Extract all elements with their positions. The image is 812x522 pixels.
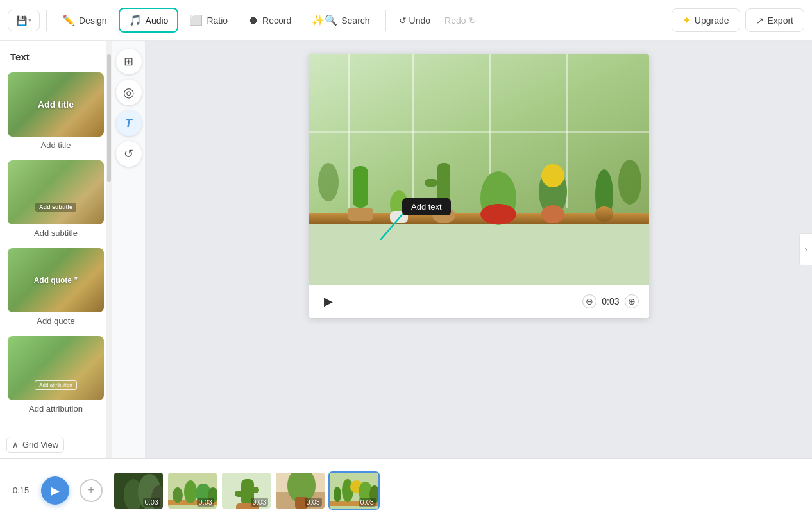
timeline-clips: 0:03 0:03 0:03 xyxy=(113,471,380,510)
svg-rect-8 xyxy=(309,131,649,133)
svg-rect-39 xyxy=(250,487,259,493)
layout-tool-button[interactable]: ⊞ xyxy=(116,49,142,74)
panel-scroll: Add title Add title Add subtitle Add sub… xyxy=(0,67,112,458)
timeline-play-icon: ▶ xyxy=(51,484,60,498)
ratio-button[interactable]: ⬜ Ratio xyxy=(181,9,237,31)
upgrade-label: Upgrade xyxy=(695,15,729,26)
side-tools: ⊞ ◎ T ↺ xyxy=(112,41,146,458)
svg-point-14 xyxy=(541,205,564,223)
record-button[interactable]: ⏺ Record xyxy=(239,10,300,31)
toolbar: 💾 ▾ ✏️ Design 🎵 Audio ⬜ Ratio ⏺ Record ✨… xyxy=(0,0,812,41)
add-attribution-label: Add attribution xyxy=(29,404,83,414)
text-tool-container: T xyxy=(116,110,142,136)
svg-rect-18 xyxy=(425,179,437,187)
chevron-right-icon: › xyxy=(805,245,808,254)
list-item[interactable]: Add attribution Add attribution xyxy=(8,336,104,414)
upgrade-button[interactable]: ✦ Upgrade xyxy=(672,8,740,32)
clip-5-duration: 0:03 xyxy=(359,498,376,507)
redo-icon: ↻ xyxy=(469,15,477,26)
time-plus-button[interactable]: ⊕ xyxy=(625,294,639,308)
undo-button[interactable]: ↺ Undo xyxy=(393,10,437,31)
canvas-area: Add text xyxy=(146,41,812,458)
canvas-controls: ▶ ⊖ 0:03 ⊕ xyxy=(309,285,649,318)
save-chevron: ▾ xyxy=(28,17,31,24)
canvas-play-button[interactable]: ▶ xyxy=(319,292,337,310)
rotate-tool-button[interactable]: ↺ xyxy=(116,141,142,167)
canvas-image xyxy=(309,54,649,285)
time-controls: ⊖ 0:03 ⊕ xyxy=(582,294,638,308)
plus-icon: ⊕ xyxy=(628,296,636,307)
svg-point-19 xyxy=(432,208,455,223)
record-label: Record xyxy=(262,15,291,26)
undo-icon: ↺ xyxy=(399,15,407,26)
right-panel-toggle[interactable]: › xyxy=(799,233,812,265)
svg-rect-38 xyxy=(235,491,245,497)
svg-rect-21 xyxy=(390,211,408,223)
clip-5[interactable]: 0:03 xyxy=(328,471,380,510)
time-minus-button[interactable]: ⊖ xyxy=(582,294,596,308)
text-tool-button[interactable]: T xyxy=(116,110,142,136)
clip-2[interactable]: 0:03 xyxy=(167,471,218,510)
svg-point-24 xyxy=(618,160,641,205)
search-icon: ✨🔍 xyxy=(312,14,337,26)
timeline-add-button[interactable]: + xyxy=(80,479,103,502)
grid-view-toggle[interactable]: ∧ Grid View xyxy=(6,437,64,453)
design-button[interactable]: ✏️ Design xyxy=(53,9,116,31)
color-icon: ◎ xyxy=(123,85,134,100)
rotate-icon: ↺ xyxy=(124,147,133,161)
star-icon: ✦ xyxy=(682,14,691,26)
left-panel: Text Add title Add title Add subtitle xyxy=(0,41,112,458)
grid-view-label: Grid View xyxy=(22,440,58,450)
layout-icon: ⊞ xyxy=(124,55,133,69)
add-title-thumb: Add title xyxy=(8,72,104,137)
add-subtitle-thumb: Add subtitle xyxy=(8,160,104,224)
save-button[interactable]: 💾 ▾ xyxy=(8,10,40,31)
list-item[interactable]: Add title Add title xyxy=(8,72,104,150)
clip-1[interactable]: 0:03 xyxy=(113,471,164,510)
panel-header: Text xyxy=(0,41,112,67)
clip-2-duration: 0:03 xyxy=(197,498,214,507)
list-item[interactable]: Add subtitle Add subtitle xyxy=(8,160,104,238)
text-icon: T xyxy=(125,117,132,130)
export-button[interactable]: ↗ Export xyxy=(745,8,804,32)
undo-label: Undo xyxy=(409,15,430,26)
clip-1-duration: 0:03 xyxy=(143,498,160,507)
svg-point-25 xyxy=(318,163,339,201)
add-subtitle-overlay: Add subtitle xyxy=(35,203,76,212)
search-button[interactable]: ✨🔍 Search xyxy=(303,9,378,31)
add-title-label: Add title xyxy=(41,140,71,150)
canvas-frame: ▶ ⊖ 0:03 ⊕ xyxy=(309,54,649,318)
audio-label: Audio xyxy=(146,15,169,26)
search-label: Search xyxy=(341,15,369,26)
design-icon: ✏️ xyxy=(62,14,75,26)
plant-scene-svg xyxy=(309,54,649,285)
scrollbar-thumb[interactable] xyxy=(107,54,111,182)
add-quote-thumb: Add quote ” xyxy=(8,248,104,312)
svg-point-16 xyxy=(480,204,516,224)
divider-2 xyxy=(385,10,386,31)
svg-point-47 xyxy=(334,487,341,502)
add-title-overlay: Add title xyxy=(38,99,74,110)
list-item[interactable]: Add quote ” Add quote xyxy=(8,248,104,326)
minus-icon: ⊖ xyxy=(586,296,593,307)
audio-button[interactable]: 🎵 Audio xyxy=(119,8,179,33)
scrollbar-track[interactable] xyxy=(106,41,112,458)
divider-1 xyxy=(46,10,47,31)
redo-label: Redo xyxy=(444,15,466,26)
timeline-total-time: 0:15 xyxy=(13,485,31,495)
main-content: Text Add title Add title Add subtitle xyxy=(0,41,812,458)
clip-3[interactable]: 0:03 xyxy=(221,471,272,510)
timeline-play-button[interactable]: ▶ xyxy=(41,476,69,505)
clip-4-duration: 0:03 xyxy=(305,498,322,507)
clip-4[interactable]: 0:03 xyxy=(275,471,326,510)
svg-point-33 xyxy=(184,480,197,503)
ratio-icon: ⬜ xyxy=(190,14,203,26)
design-label: Design xyxy=(79,15,107,26)
export-icon: ↗ xyxy=(756,15,764,26)
svg-point-13 xyxy=(541,164,564,187)
export-label: Export xyxy=(768,15,793,26)
svg-rect-17 xyxy=(437,163,450,208)
ratio-label: Ratio xyxy=(207,15,228,26)
redo-button[interactable]: Redo ↻ xyxy=(438,10,482,31)
color-tool-button[interactable]: ◎ xyxy=(116,80,142,105)
